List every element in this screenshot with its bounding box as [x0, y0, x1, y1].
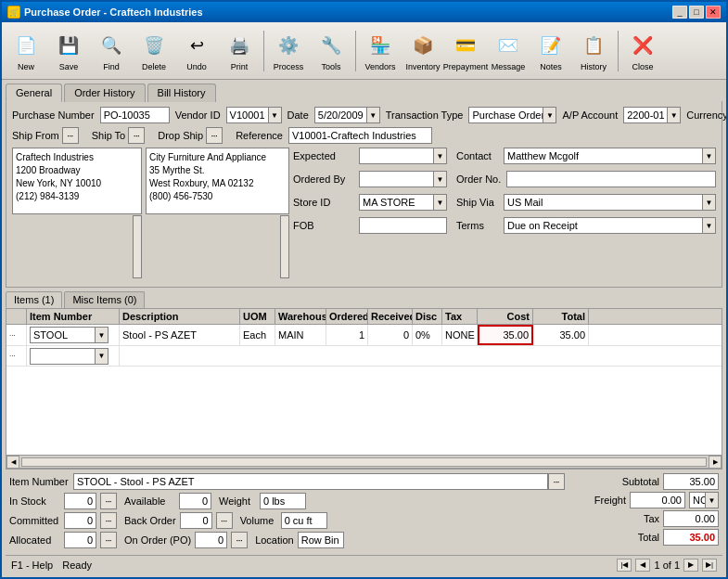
ship-from-label: Ship From: [12, 130, 59, 141]
ap-account-select[interactable]: 2200-01 ▼: [623, 107, 681, 123]
ship-via-select[interactable]: US Mail ▼: [504, 194, 716, 211]
scroll-track[interactable]: [21, 457, 707, 467]
volume-input[interactable]: [281, 512, 327, 529]
on-order-input[interactable]: [195, 532, 227, 548]
nav-prev-button[interactable]: ◀: [635, 559, 650, 572]
scroll-left-button[interactable]: ◀: [6, 456, 19, 469]
item-number-select-2[interactable]: ▼: [30, 348, 109, 365]
back-order-browse[interactable]: ···: [216, 512, 233, 529]
item-number-arrow[interactable]: ▼: [95, 328, 108, 342]
item-number-select-1[interactable]: STOOL ▼: [30, 327, 109, 343]
table-row[interactable]: ··· STOOL ▼ Stool - PS AZET Each MAIN 1 …: [6, 325, 722, 346]
on-order-browse[interactable]: ···: [231, 532, 248, 548]
available-input[interactable]: [179, 493, 211, 509]
date-select[interactable]: 5/20/2009 ▼: [314, 107, 380, 123]
ordered-by-select[interactable]: ▼: [359, 171, 447, 187]
detail-item-browse[interactable]: ···: [548, 473, 565, 490]
tools-button[interactable]: 🔧 Tools: [311, 26, 351, 76]
committed-browse[interactable]: ···: [100, 512, 117, 529]
ship-to-label: Ship To: [92, 130, 126, 141]
ship-via-arrow[interactable]: ▼: [702, 195, 715, 210]
ordered-by-row: Ordered By ▼ Order No.: [293, 171, 716, 187]
tab-general[interactable]: General: [6, 84, 62, 102]
terms-select[interactable]: Due on Receipt ▼: [504, 217, 716, 234]
ship-from-browse[interactable]: ···: [62, 127, 79, 144]
allocated-input[interactable]: [64, 532, 96, 548]
drop-ship-browse[interactable]: ···: [206, 127, 223, 144]
ap-account-arrow[interactable]: ▼: [667, 108, 680, 122]
toolbar-separator-1: [263, 31, 264, 71]
address-to-scrollbar[interactable]: [280, 215, 289, 278]
nav-next-button[interactable]: ▶: [683, 559, 698, 572]
weight-input[interactable]: [260, 493, 306, 509]
find-button[interactable]: 🔍 Find: [91, 26, 132, 76]
terms-arrow[interactable]: ▼: [702, 218, 715, 233]
toolbar-separator-3: [618, 31, 619, 71]
status-left: F1 - Help Ready: [11, 560, 92, 571]
freight-suffix-arrow[interactable]: ▼: [705, 493, 718, 508]
find-icon: 🔍: [96, 31, 126, 60]
cell-item-number-2: ▼: [27, 346, 120, 366]
vendor-id-select[interactable]: V10001 ▼: [226, 107, 282, 123]
history-button[interactable]: 📋 History: [573, 26, 614, 76]
back-order-input[interactable]: [180, 512, 212, 529]
window-close-button[interactable]: ✕: [706, 6, 721, 19]
nav-last-button[interactable]: ▶|: [702, 559, 717, 572]
transaction-type-select[interactable]: Purchase Order ▼: [468, 107, 556, 123]
committed-input[interactable]: [64, 512, 96, 529]
delete-button[interactable]: 🗑️ Delete: [134, 26, 174, 76]
order-no-label: Order No.: [456, 174, 501, 185]
prepayment-button[interactable]: 💳 Prepayment: [445, 26, 486, 76]
print-button[interactable]: 🖨️ Print: [219, 26, 260, 76]
process-button[interactable]: ⚙️ Process: [268, 26, 309, 76]
freight-suffix-select[interactable]: NC ▼: [689, 492, 719, 508]
in-stock-input[interactable]: [64, 493, 96, 509]
tab-bill-history[interactable]: Bill History: [147, 84, 216, 102]
items-tab-items[interactable]: Items (1): [6, 291, 62, 308]
location-input[interactable]: [298, 532, 344, 548]
fob-input[interactable]: [359, 217, 447, 234]
undo-button[interactable]: ↩ Undo: [176, 26, 217, 76]
message-button[interactable]: ✉️ Message: [488, 26, 529, 76]
ordered-by-arrow[interactable]: ▼: [433, 172, 446, 187]
allocated-browse[interactable]: ···: [100, 532, 117, 548]
subtotal-row: Subtotal 35.00: [570, 473, 719, 490]
save-button[interactable]: 💾 Save: [48, 26, 89, 76]
message-label: Message: [492, 62, 526, 71]
freight-row: Freight 0.00 NC ▼: [570, 492, 719, 508]
detail-main: Item Number ··· In Stock ··· Available: [9, 473, 719, 551]
new-button[interactable]: 📄 New: [6, 26, 46, 76]
vendors-button[interactable]: 🏪 Vendors: [360, 26, 401, 76]
date-arrow[interactable]: ▼: [366, 108, 379, 122]
table-row-empty[interactable]: ··· ▼: [6, 346, 722, 367]
help-text: F1 - Help: [11, 560, 53, 571]
minimize-button[interactable]: _: [672, 6, 687, 19]
undo-label: Undo: [186, 62, 207, 71]
scroll-right-button[interactable]: ▶: [709, 456, 722, 469]
address-from-scrollbar[interactable]: [133, 215, 142, 278]
contact-select[interactable]: Matthew Mcgolf ▼: [504, 148, 716, 164]
ship-to-browse[interactable]: ···: [128, 127, 145, 144]
contact-arrow[interactable]: ▼: [702, 148, 715, 163]
in-stock-browse[interactable]: ···: [100, 493, 117, 509]
store-id-arrow[interactable]: ▼: [433, 195, 446, 210]
reference-input[interactable]: [288, 127, 432, 144]
nav-first-button[interactable]: |◀: [617, 559, 632, 572]
detail-allocated-row: Allocated ··· On Order (PO) ··· Location: [9, 532, 565, 548]
close-button[interactable]: ❌ Close: [622, 26, 663, 76]
inventory-button[interactable]: 📦 Inventory: [402, 26, 443, 76]
transaction-type-arrow[interactable]: ▼: [543, 108, 556, 122]
order-no-input[interactable]: [506, 171, 716, 187]
store-id-select[interactable]: MA STORE ▼: [359, 194, 447, 211]
ship-to-address: City Furniture And Appliance35 Myrthe St…: [146, 148, 289, 278]
expected-select[interactable]: ▼: [359, 148, 447, 164]
notes-button[interactable]: 📝 Notes: [530, 26, 571, 76]
maximize-button[interactable]: □: [689, 6, 704, 19]
item-number-arrow-2[interactable]: ▼: [95, 349, 108, 364]
tab-order-history[interactable]: Order History: [64, 84, 145, 102]
detail-item-input[interactable]: [73, 473, 548, 490]
items-tab-misc[interactable]: Misc Items (0): [64, 291, 145, 308]
expected-arrow[interactable]: ▼: [433, 148, 446, 163]
purchase-number-input[interactable]: [100, 107, 170, 123]
vendor-id-arrow[interactable]: ▼: [268, 108, 281, 122]
